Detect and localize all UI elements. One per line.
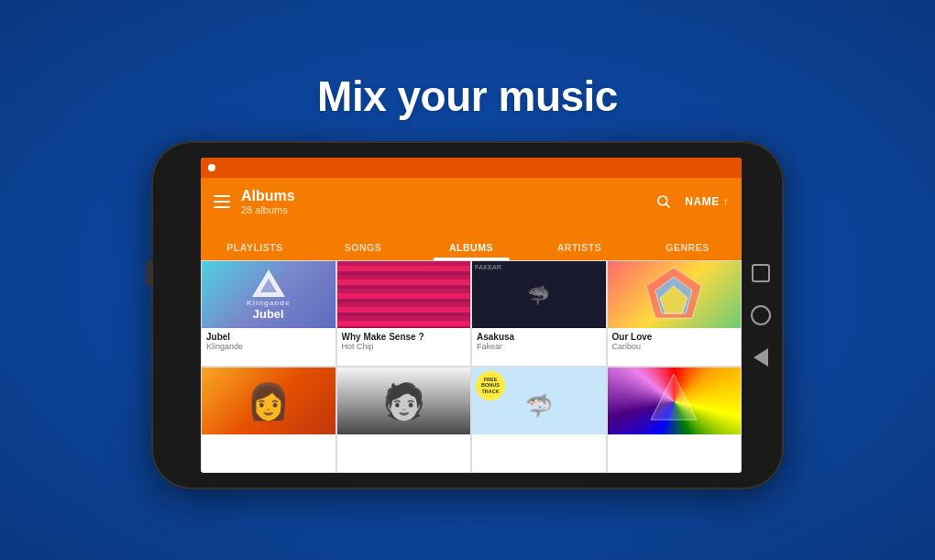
- album-art-5: 👩: [202, 368, 336, 436]
- app-bar-title: Albums: [241, 188, 644, 204]
- album-artist: Fakear: [477, 342, 601, 351]
- album-7[interactable]: FREEBONUSTRACK 🦈: [471, 367, 607, 473]
- nav-back[interactable]: [749, 346, 773, 369]
- album-5[interactable]: 👩: [201, 367, 336, 473]
- album-artist: Hot Chip: [342, 342, 467, 351]
- tab-albums[interactable]: ALBUMS: [417, 242, 525, 260]
- svg-marker-5: [651, 374, 697, 420]
- album-art-7: FREEBONUSTRACK 🦈: [472, 368, 606, 436]
- nav-square[interactable]: [749, 261, 773, 285]
- album-6[interactable]: 🧑: [336, 367, 472, 473]
- album-art-jubel: Klingande Jubel: [202, 261, 336, 330]
- album-8[interactable]: [607, 367, 742, 473]
- album-fakear[interactable]: FAKEAR 🦈 Asakusa Fakear: [471, 260, 607, 367]
- nav-circle[interactable]: [749, 303, 773, 327]
- tabs-bar: PLAYLISTS SONGS ALBUMS ARTISTS GENRES: [201, 225, 742, 260]
- albums-grid: Klingande Jubel Jubel Klingande: [201, 260, 742, 473]
- album-info-jubel: Jubel Klingande: [202, 328, 336, 366]
- album-caribou[interactable]: Our Love Caribou: [607, 260, 742, 367]
- phone-screen: Albums 28 albums NAME ↑ PLAYLISTS SO: [201, 158, 742, 473]
- album-hotchip[interactable]: Why Make Sense ? Hot Chip: [336, 260, 472, 367]
- app-bar-actions: NAME ↑: [655, 193, 729, 210]
- album-info-5: [202, 434, 336, 472]
- album-info-7: [472, 434, 606, 472]
- album-name: Jubel: [206, 332, 331, 342]
- album-info-8: [608, 434, 742, 472]
- album-art-hotchip: [337, 261, 471, 330]
- album-info-fakear: Asakusa Fakear: [472, 328, 606, 366]
- album-info-caribou: Our Love Caribou: [608, 328, 742, 366]
- status-indicator: [208, 164, 215, 171]
- album-jubel[interactable]: Klingande Jubel Jubel Klingande: [201, 260, 336, 367]
- app-bar: Albums 28 albums NAME ↑: [201, 178, 742, 225]
- tab-genres[interactable]: GENRES: [633, 242, 742, 260]
- album-art-6: 🧑: [337, 368, 471, 436]
- album-artist: Caribou: [612, 342, 737, 351]
- album-art-fakear: FAKEAR 🦈: [472, 261, 606, 330]
- app-bar-subtitle: 28 albums: [241, 204, 644, 215]
- status-bar: [201, 158, 742, 178]
- svg-line-1: [666, 203, 670, 207]
- album-info-6: [337, 434, 471, 472]
- svg-point-0: [658, 196, 667, 205]
- tab-artists[interactable]: ARTISTS: [525, 242, 633, 260]
- album-name: Asakusa: [477, 332, 601, 342]
- album-art-8: [608, 368, 742, 436]
- phone-body: Albums 28 albums NAME ↑ PLAYLISTS SO: [151, 141, 784, 489]
- album-name: Why Make Sense ?: [342, 332, 467, 342]
- album-name: Our Love: [612, 332, 737, 342]
- album-artist: Klingande: [206, 342, 331, 351]
- tab-songs[interactable]: SONGS: [309, 242, 417, 260]
- phone-shell: Albums 28 albums NAME ↑ PLAYLISTS SO: [151, 141, 784, 489]
- search-icon[interactable]: [655, 193, 672, 210]
- volume-button: [146, 260, 151, 286]
- album-art-caribou: [608, 261, 742, 330]
- album-info-hotchip: Why Make Sense ? Hot Chip: [337, 328, 471, 366]
- tab-playlists[interactable]: PLAYLISTS: [201, 242, 309, 260]
- app-bar-title-block: Albums 28 albums: [241, 188, 644, 215]
- nav-buttons: [738, 261, 784, 369]
- hamburger-menu[interactable]: [214, 195, 230, 208]
- headline: Mix your music: [317, 71, 618, 121]
- bonus-badge: FREEBONUSTRACK: [476, 371, 505, 401]
- sort-label[interactable]: NAME ↑: [685, 195, 729, 208]
